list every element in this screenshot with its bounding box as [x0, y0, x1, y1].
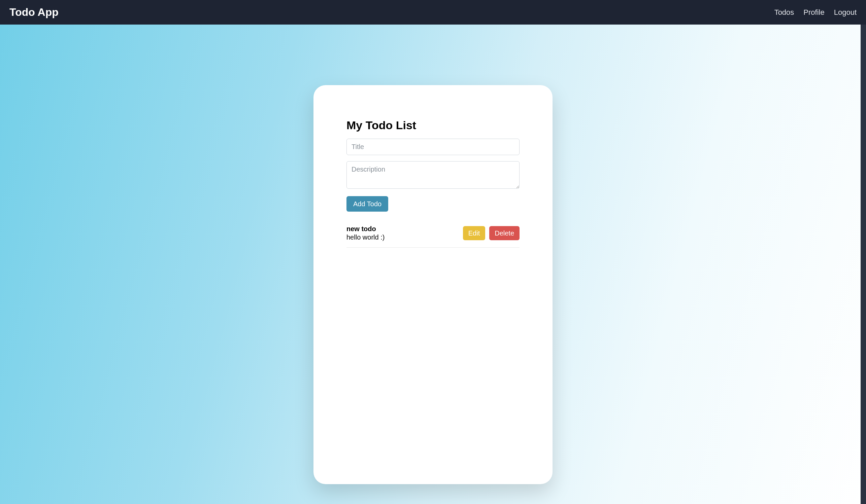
main-background: My Todo List Add Todo new todo hello wor…: [0, 25, 866, 504]
delete-button[interactable]: Delete: [489, 226, 520, 240]
navbar: Todo App Todos Profile Logout: [0, 0, 866, 25]
title-input[interactable]: [346, 139, 520, 155]
app-brand[interactable]: Todo App: [9, 6, 58, 19]
todo-description: hello world :): [346, 233, 463, 241]
todo-card: My Todo List Add Todo new todo hello wor…: [313, 85, 553, 484]
add-todo-button[interactable]: Add Todo: [346, 196, 388, 211]
nav-link-profile[interactable]: Profile: [803, 8, 824, 16]
description-input[interactable]: [346, 161, 520, 189]
edit-button[interactable]: Edit: [463, 226, 485, 240]
page-title: My Todo List: [346, 119, 520, 132]
todo-actions: Edit Delete: [463, 226, 520, 240]
todo-title: new todo: [346, 225, 463, 233]
nav-links: Todos Profile Logout: [774, 8, 857, 17]
scrollbar[interactable]: [861, 0, 866, 504]
todo-content: new todo hello world :): [346, 225, 463, 241]
nav-link-todos[interactable]: Todos: [774, 8, 794, 16]
todo-item: new todo hello world :) Edit Delete: [346, 225, 520, 248]
todo-list: new todo hello world :) Edit Delete: [346, 225, 520, 248]
nav-link-logout[interactable]: Logout: [834, 8, 857, 16]
